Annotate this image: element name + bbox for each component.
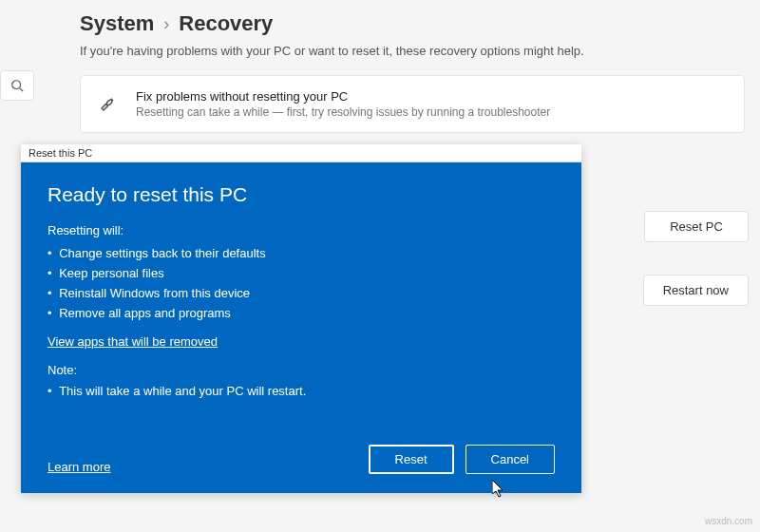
note-label: Note: bbox=[48, 363, 555, 377]
resetting-will-label: Resetting will: bbox=[48, 223, 555, 238]
breadcrumb-parent[interactable]: System bbox=[80, 11, 154, 36]
list-item: Keep personal files bbox=[48, 263, 555, 283]
cancel-button[interactable]: Cancel bbox=[466, 445, 555, 474]
dialog-titlebar: Reset this PC bbox=[21, 144, 581, 162]
list-item: This will take a while and your PC will … bbox=[48, 381, 555, 401]
reset-pc-button[interactable]: Reset PC bbox=[644, 211, 749, 242]
note-list: This will take a while and your PC will … bbox=[48, 381, 555, 401]
troubleshoot-sub: Resetting can take a while — first, try … bbox=[136, 105, 727, 119]
list-item: Reinstall Windows from this device bbox=[48, 283, 555, 303]
reset-button[interactable]: Reset bbox=[369, 445, 454, 474]
resetting-list: Change settings back to their defaults K… bbox=[48, 243, 555, 323]
troubleshoot-text: Fix problems without resetting your PC R… bbox=[136, 89, 727, 119]
search-button[interactable] bbox=[0, 70, 34, 101]
view-apps-link[interactable]: View apps that will be removed bbox=[48, 334, 218, 349]
dialog-body: Ready to reset this PC Resetting will: C… bbox=[21, 162, 581, 493]
list-item: Change settings back to their defaults bbox=[48, 243, 555, 263]
watermark: wsxdn.com bbox=[705, 516, 752, 526]
list-item: Remove all apps and programs bbox=[48, 303, 555, 323]
restart-now-button[interactable]: Restart now bbox=[643, 275, 749, 306]
svg-line-1 bbox=[20, 88, 24, 92]
learn-more-link[interactable]: Learn more bbox=[48, 460, 110, 474]
troubleshoot-card[interactable]: Fix problems without resetting your PC R… bbox=[80, 75, 745, 133]
search-icon bbox=[10, 79, 24, 92]
wrench-icon bbox=[98, 93, 121, 116]
chevron-right-icon: › bbox=[163, 14, 169, 34]
svg-point-0 bbox=[12, 81, 21, 89]
side-buttons: Reset PC Restart now bbox=[643, 211, 749, 306]
dialog-footer: Learn more Reset Cancel bbox=[48, 445, 555, 474]
breadcrumb: System › Recovery bbox=[0, 0, 760, 44]
page-subtitle: If you're having problems with your PC o… bbox=[0, 44, 760, 75]
reset-dialog: Reset this PC Ready to reset this PC Res… bbox=[21, 144, 581, 493]
dialog-heading: Ready to reset this PC bbox=[48, 183, 555, 206]
troubleshoot-title: Fix problems without resetting your PC bbox=[136, 89, 727, 104]
dialog-actions: Reset Cancel bbox=[369, 445, 555, 474]
breadcrumb-current: Recovery bbox=[179, 11, 273, 36]
